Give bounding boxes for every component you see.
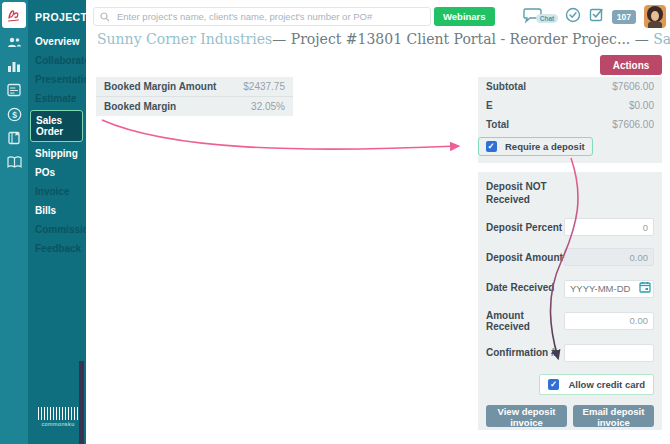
logo-script-icon <box>5 5 23 25</box>
task-check-icon <box>589 7 604 22</box>
e-value: $0.00 <box>629 100 654 111</box>
sales-order-link[interactable]: Sales Order #26387 <box>653 31 670 47</box>
svg-text:$: $ <box>12 109 17 119</box>
deposit-amount-input <box>564 248 654 266</box>
sidebar-item-pos[interactable]: POs <box>28 163 86 182</box>
amount-received-input[interactable] <box>564 312 654 330</box>
project-title-text: — Project #13801 Client Portal - Reorder… <box>272 31 653 47</box>
sidebar-title: PROJECT <box>28 0 86 32</box>
avatar[interactable] <box>644 5 666 28</box>
deposit-amount-row: Deposit Amount <box>486 248 654 266</box>
table-row: Total $7606.00 <box>478 115 662 134</box>
project-sidebar: PROJECT Overview Collaborate Presentatio… <box>28 0 86 444</box>
require-deposit-label: Require a deposit <box>505 141 585 152</box>
deposit-status: Deposit NOT Received <box>486 180 654 206</box>
sidebar-item-estimate[interactable]: Estimate <box>28 89 86 108</box>
require-deposit-checkbox[interactable] <box>486 141 497 152</box>
subtotal-label: Subtotal <box>486 81 526 92</box>
project-search[interactable] <box>93 7 431 26</box>
clock-check-icon <box>565 7 581 23</box>
topbar-icons: Chat 107 <box>523 5 666 28</box>
booked-margin-amount-value: $2437.75 <box>243 81 285 92</box>
booked-margin-panel: Booked Margin Amount $2437.75 Booked Mar… <box>96 77 293 116</box>
search-input[interactable] <box>115 10 424 23</box>
booked-margin-value: 32.05% <box>251 101 285 112</box>
sidebar-icon-strip: $ <box>0 0 28 444</box>
confirmation-row: Confirmation # <box>486 344 654 362</box>
require-deposit-highlight: Require a deposit <box>478 137 593 156</box>
sidebar-item-sales-order[interactable]: Sales Order <box>30 110 83 142</box>
calendar-icon[interactable] <box>639 281 651 293</box>
confirmation-input[interactable] <box>564 344 654 362</box>
webinars-button[interactable]: Webinars <box>434 7 495 26</box>
date-received-row: Date Received <box>486 278 654 298</box>
table-row: Booked Margin Amount $2437.75 <box>96 77 293 97</box>
presentation-icon[interactable] <box>6 82 22 98</box>
chat-button[interactable]: Chat <box>523 7 557 27</box>
allow-credit-card-label: Allow credit card <box>568 379 645 390</box>
amount-received-row: Amount Received <box>486 310 654 332</box>
users-icon[interactable] <box>6 34 22 50</box>
sidebar-item-invoice[interactable]: Invoice <box>28 182 86 201</box>
e-label: E <box>486 100 493 111</box>
client-name-link[interactable]: Sunny Corner Industries <box>97 31 272 47</box>
deposit-amount-label: Deposit Amount <box>486 252 563 263</box>
sidebar-item-shipping[interactable]: Shipping <box>28 144 86 163</box>
sidebar-item-bills[interactable]: Bills <box>28 201 86 220</box>
table-row: E $0.00 <box>478 96 662 115</box>
email-deposit-invoice-button[interactable]: Email deposit invoice <box>573 405 654 427</box>
total-value: $7606.00 <box>612 119 654 130</box>
deposit-percent-label: Deposit Percent <box>486 222 562 233</box>
date-received-label: Date Received <box>486 282 554 293</box>
actions-button[interactable]: Actions <box>600 55 662 75</box>
view-deposit-invoice-button[interactable]: View deposit invoice <box>486 405 567 427</box>
search-icon <box>100 12 110 22</box>
deposit-panel: Deposit NOT Received Deposit Percent Dep… <box>478 172 662 430</box>
book-icon[interactable] <box>6 154 22 170</box>
confirmation-label: Confirmation # <box>486 347 557 358</box>
booked-margin-amount-label: Booked Margin Amount <box>104 81 216 92</box>
ledger-icon[interactable] <box>6 130 22 146</box>
main-content: Webinars Chat 107 Sunny Corner Industrie… <box>86 0 670 444</box>
avatar-face <box>651 11 659 21</box>
notification-badge[interactable]: 107 <box>612 10 636 24</box>
sidebar-item-overview[interactable]: Overview <box>28 32 86 51</box>
allow-credit-card-checkbox[interactable] <box>548 379 559 390</box>
table-row: Booked Margin 32.05% <box>96 97 293 116</box>
avatar-shirt <box>648 21 662 28</box>
sidebar-item-commissions[interactable]: Commissions <box>28 220 86 239</box>
amount-received-label: Amount Received <box>486 310 564 332</box>
client-logo[interactable] <box>2 2 26 28</box>
chat-label: Chat <box>536 14 558 23</box>
page-title: Sunny Corner Industries— Project #13801 … <box>97 31 670 47</box>
sidebar-item-collaborate[interactable]: Collaborate <box>28 51 86 70</box>
commonsku-barcode-icon <box>38 407 78 420</box>
totals-panel: Subtotal $7606.00 E $0.00 Total $7606.00… <box>478 77 662 163</box>
deposit-percent-row: Deposit Percent <box>486 218 654 236</box>
sidebar-item-presentation[interactable]: Presentation <box>28 70 86 89</box>
history-check-button[interactable] <box>565 7 581 27</box>
commonsku-brand: commonsku <box>36 421 80 427</box>
deposit-percent-input[interactable] <box>564 218 654 236</box>
subtotal-value: $7606.00 <box>612 81 654 92</box>
table-row: Subtotal $7606.00 <box>478 77 662 96</box>
sidebar-scrollbar[interactable] <box>79 361 84 444</box>
booked-margin-label: Booked Margin <box>104 101 176 112</box>
dollar-icon[interactable]: $ <box>6 106 22 122</box>
bar-chart-icon[interactable] <box>6 58 22 74</box>
deposit-buttons: View deposit invoice Email deposit invoi… <box>486 405 654 427</box>
allow-credit-card-highlight: Allow credit card <box>539 374 654 395</box>
total-label: Total <box>486 119 509 130</box>
tasks-button[interactable] <box>589 7 604 26</box>
sidebar-item-feedback[interactable]: Feedback <box>28 239 86 258</box>
